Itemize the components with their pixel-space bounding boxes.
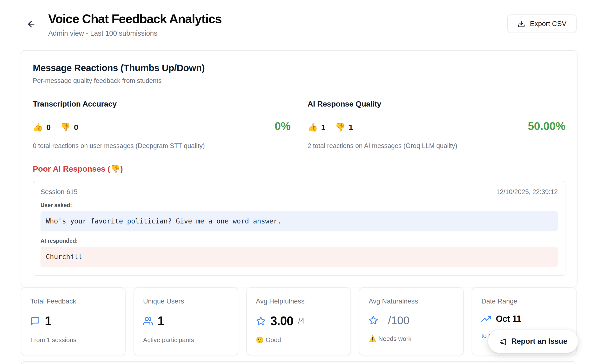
smiley-icon: 🙂 <box>256 336 264 344</box>
stat-label: Total Feedback <box>30 297 116 305</box>
export-csv-button[interactable]: Export CSV <box>507 14 577 33</box>
session-id: Session 615 <box>40 188 78 196</box>
page-header: Voice Chat Feedback Analytics Admin view… <box>0 0 591 37</box>
reaction-metrics-grid: Transcription Accuracy 👍 0 👎 0 0% 0 tota… <box>33 100 565 150</box>
stat-value: 3.00 <box>270 314 293 328</box>
thumbs-down-count: 0 <box>74 123 78 132</box>
star-icon <box>256 316 266 326</box>
user-message-text: Who's your favorite politician? Give me … <box>40 211 558 231</box>
metric-row: 👍 1 👎 1 50.00% <box>308 120 565 133</box>
next-section-card-partial <box>21 361 577 364</box>
thumbs-down-icon: 👎 <box>60 122 70 132</box>
chat-bubble-icon <box>30 316 40 326</box>
warning-icon: ⚠️ <box>369 335 376 342</box>
page-subtitle: Admin view - Last 100 submissions <box>48 29 222 37</box>
thumbs-up-count: 0 <box>46 123 51 132</box>
stat-label: Avg Helpfulness <box>256 297 342 305</box>
metric-ai-response-quality: AI Response Quality 👍 1 👎 1 50.00% 2 tot… <box>308 100 565 150</box>
download-icon <box>517 20 525 28</box>
ai-responded-label: AI responded: <box>40 238 558 244</box>
metric-row: 👍 0 👎 0 0% <box>33 120 291 133</box>
stat-caption-text: Needs work <box>378 335 411 342</box>
thumbs-down-icon: 👎 <box>335 122 345 132</box>
voice-chat-feedback-analytics-page: Voice Chat Feedback Analytics Admin view… <box>0 0 591 364</box>
stat-caption: Active participants <box>143 336 229 344</box>
reactions-card-title: Message Reactions (Thumbs Up/Down) <box>33 63 565 73</box>
stat-value: 1 <box>158 314 164 328</box>
export-csv-label: Export CSV <box>530 20 567 28</box>
stat-caption: From 1 sessions <box>30 336 116 344</box>
report-issue-label: Report an Issue <box>511 337 567 346</box>
reactions-card-subtitle: Per-message quality feedback from studen… <box>33 77 565 85</box>
poor-response-session-card: Session 615 12/10/2025, 22:39:12 User as… <box>33 181 565 276</box>
session-timestamp: 12/10/2025, 22:39:12 <box>496 188 558 196</box>
metric-transcription-accuracy: Transcription Accuracy 👍 0 👎 0 0% 0 tota… <box>33 100 291 150</box>
metric-caption: 2 total reactions on AI messages (Groq L… <box>308 142 565 150</box>
star-icon <box>369 316 378 325</box>
stat-card-total-feedback: Total Feedback 1 From 1 sessions <box>21 287 126 355</box>
arrow-left-icon <box>27 19 36 29</box>
back-button[interactable] <box>25 18 38 30</box>
thumbs-up-count: 1 <box>321 123 325 132</box>
message-reactions-card: Message Reactions (Thumbs Up/Down) Per-m… <box>21 50 578 287</box>
report-issue-button[interactable]: Report an Issue <box>488 330 578 353</box>
stat-caption: 🙂Good <box>256 336 342 344</box>
metric-title: Transcription Accuracy <box>33 100 291 108</box>
stat-caption: ⚠️Needs work <box>369 335 454 343</box>
megaphone-icon <box>499 337 507 345</box>
stat-label: Unique Users <box>143 297 229 305</box>
page-title: Voice Chat Feedback Analytics <box>48 12 222 26</box>
stat-value: Oct 11 <box>496 314 521 324</box>
user-asked-label: User asked: <box>40 202 558 209</box>
thumbs-up-icon: 👍 <box>33 122 43 132</box>
stat-value: 1 <box>45 314 51 328</box>
session-header: Session 615 12/10/2025, 22:39:12 <box>40 188 558 196</box>
stat-label: Date Range <box>481 297 567 305</box>
thumbs-up-icon: 👍 <box>308 122 318 132</box>
stat-caption-text: Good <box>266 336 281 344</box>
stat-card-avg-naturalness: Avg Naturalness /100 ⚠️Needs work <box>359 287 464 355</box>
stat-card-unique-users: Unique Users 1 Active participants <box>134 287 238 355</box>
stat-value-suffix: /4 <box>298 317 304 325</box>
positive-percent: 0% <box>275 120 291 133</box>
ai-message-text: Churchill <box>40 247 558 267</box>
stat-value-suffix: /100 <box>388 314 410 327</box>
metric-title: AI Response Quality <box>308 100 565 108</box>
users-icon <box>143 316 153 326</box>
trending-up-icon <box>481 314 491 324</box>
header-text: Voice Chat Feedback Analytics Admin view… <box>48 12 222 37</box>
metric-caption: 0 total reactions on user messages (Deep… <box>33 142 291 150</box>
thumbs-down-count: 1 <box>349 123 353 132</box>
stat-card-avg-helpfulness: Avg Helpfulness 3.00 /4 🙂Good <box>246 287 351 355</box>
poor-ai-responses-heading: Poor AI Responses (👎) <box>33 164 565 174</box>
positive-percent: 50.00% <box>528 120 565 133</box>
stat-label: Avg Naturalness <box>369 297 454 305</box>
